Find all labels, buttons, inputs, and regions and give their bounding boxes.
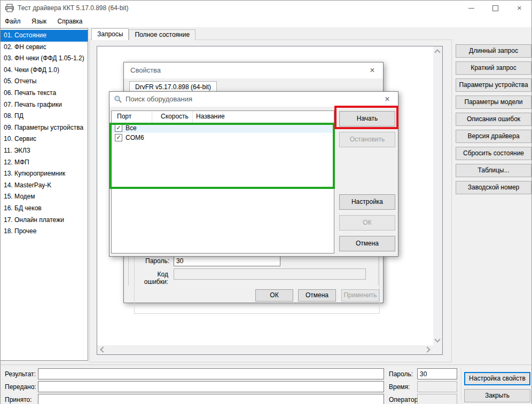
error-code-label: Код ошибки: xyxy=(135,271,168,286)
list-item-all[interactable]: ✓ Все xyxy=(112,123,334,133)
received-label: Принято: xyxy=(5,396,32,403)
minimize-icon xyxy=(468,8,474,9)
close-icon: × xyxy=(517,3,522,12)
error-descr-button[interactable]: Описания ошибок xyxy=(456,113,531,126)
search-dialog-title: Поиск оборудования xyxy=(126,92,192,107)
close-app-button[interactable]: Закрыть xyxy=(464,389,530,402)
stop-search-button: Остановить xyxy=(339,132,395,147)
scroll-left-icon[interactable] xyxy=(100,346,106,352)
column-port[interactable]: Порт xyxy=(112,111,152,123)
tab-full-state[interactable]: Полное состояние xyxy=(129,29,195,40)
listview-header: Порт Скорость Название xyxy=(112,111,334,123)
dialog-password-label: Пароль: xyxy=(145,257,168,265)
list-item-com6[interactable]: ✓ COM6 xyxy=(112,133,334,142)
sidebar-item-bill-acceptor[interactable]: 13. Купюроприемник xyxy=(1,168,88,180)
scroll-right-icon[interactable] xyxy=(424,346,430,352)
sent-label: Передано: xyxy=(5,383,36,391)
sidebar-item-reports[interactable]: 05. Отчеты xyxy=(1,76,88,88)
scroll-up-icon[interactable] xyxy=(434,49,440,55)
short-request-button[interactable]: Краткий запрос xyxy=(456,61,531,75)
tables-button[interactable]: Таблицы... xyxy=(456,164,531,177)
sidebar-item-modem[interactable]: 15. Модем xyxy=(1,191,88,203)
search-dialog-close-button[interactable]: × xyxy=(377,92,398,107)
column-speed[interactable]: Скорость xyxy=(152,111,193,123)
search-settings-button[interactable]: Настройка xyxy=(339,194,395,210)
sidebar-item-online-payments[interactable]: 17. Онлайн платежи xyxy=(1,215,88,226)
sidebar-item-service[interactable]: 10. Сервис xyxy=(1,133,88,145)
sent-field[interactable] xyxy=(38,381,384,392)
row-label: Все xyxy=(126,124,137,132)
scroll-down-icon[interactable] xyxy=(434,336,440,342)
tab-strip: ЗапросыПолное состояние xyxy=(91,28,195,39)
sidebar-item-pd[interactable]: 08. ПД xyxy=(1,110,88,122)
password-field[interactable] xyxy=(417,368,457,379)
vertical-scrollbar[interactable] xyxy=(433,46,442,345)
long-request-button[interactable]: Длинный запрос xyxy=(456,44,531,58)
search-dialog-titlebar: Поиск оборудования × xyxy=(109,92,398,107)
properties-dialog-title: Свойства xyxy=(130,62,161,78)
title-bar: Тест драйвера ККТ 5.17.0.898 (64-bit) × xyxy=(1,1,531,15)
device-params-button[interactable]: Параметры устройства xyxy=(456,78,531,92)
column-name[interactable]: Название xyxy=(193,111,334,123)
time-label: Время: xyxy=(389,383,410,391)
checkbox-checked-icon[interactable]: ✓ xyxy=(115,124,122,132)
sidebar-item-fn-checks[interactable]: 03. ФН чеки (ФФД 1.05-1.2) xyxy=(1,53,88,65)
sidebar-item-masterpay[interactable]: 14. MasterPay-K xyxy=(1,180,88,192)
sidebar-item-mfp[interactable]: 12. МФП xyxy=(1,157,88,169)
sidebar-item-eklz[interactable]: 11. ЭКЛЗ xyxy=(1,145,88,157)
menu-language[interactable]: Язык xyxy=(27,15,51,27)
window-title: Тест драйвера ККТ 5.17.0.898 (64-bit) xyxy=(18,1,129,15)
horizontal-scrollbar[interactable] xyxy=(97,345,433,354)
sidebar-item-print-graphics[interactable]: 07. Печать графики xyxy=(1,99,88,111)
sidebar-item-checks[interactable]: 04. Чеки (ФФД 1.0) xyxy=(1,65,88,76)
sidebar-item-check-db[interactable]: 16. БД чеков xyxy=(1,203,88,215)
maximize-icon xyxy=(492,5,498,11)
search-cancel-button[interactable]: Отмена xyxy=(339,236,395,251)
properties-dialog-close-button[interactable]: × xyxy=(362,62,383,78)
result-field[interactable] xyxy=(38,368,384,379)
sidebar-item-print-text[interactable]: 06. Печать текста xyxy=(1,88,88,99)
magnifier-icon xyxy=(114,95,122,106)
app-window: Тест драйвера ККТ 5.17.0.898 (64-bit) × … xyxy=(0,0,532,404)
sidebar-item-other[interactable]: 18. Прочее xyxy=(1,226,88,237)
close-icon: × xyxy=(370,66,374,75)
properties-apply-button: Применить xyxy=(341,289,379,302)
panel-divider xyxy=(461,368,462,402)
reset-state-button[interactable]: Сбросить состояние xyxy=(456,147,531,160)
operator-label: Оператор: xyxy=(389,396,420,403)
close-icon: × xyxy=(385,94,389,104)
sidebar-item-fn-service[interactable]: 02. ФН сервис xyxy=(1,42,88,53)
search-ok-button: ОК xyxy=(339,215,395,231)
search-dialog: Поиск оборудования × Порт Скорость Назва… xyxy=(109,91,398,257)
received-field[interactable] xyxy=(38,394,384,404)
properties-cancel-button[interactable]: Отмена xyxy=(298,289,336,302)
minimize-button[interactable] xyxy=(459,1,483,15)
properties-dialog-titlebar: Свойства × xyxy=(124,62,383,78)
sidebar-item-state[interactable]: 01. Состояние xyxy=(1,30,88,42)
result-label: Результат: xyxy=(5,370,36,378)
sidebar-item-device-params[interactable]: 09. Параметры устройства xyxy=(1,122,88,134)
row-label: COM6 xyxy=(126,134,144,141)
sidebar-list: 01. Состояние 02. ФН сервис 03. ФН чеки … xyxy=(1,28,88,361)
menu-file[interactable]: Файл xyxy=(1,15,25,27)
printer-icon xyxy=(5,4,14,14)
properties-setup-button[interactable]: Настройка свойств xyxy=(464,372,530,385)
properties-ok-button[interactable]: ОК xyxy=(255,289,293,302)
time-field xyxy=(417,381,457,392)
close-button[interactable]: × xyxy=(507,1,531,15)
maximize-button[interactable] xyxy=(483,1,507,15)
menu-bar: Файл Язык Справка xyxy=(1,15,531,27)
error-code-field xyxy=(174,268,366,280)
menu-help[interactable]: Справка xyxy=(53,15,87,27)
dialog-password-field[interactable] xyxy=(174,255,280,266)
tab-requests[interactable]: Запросы xyxy=(91,28,129,40)
status-panel: Результат: Передано: Принято: Пароль: Вр… xyxy=(1,365,531,404)
password-label: Пароль: xyxy=(389,370,413,378)
serial-number-button[interactable]: Заводской номер xyxy=(456,181,531,194)
driver-version-button[interactable]: Версия драйвера xyxy=(456,130,531,143)
start-search-button[interactable]: Начать xyxy=(339,111,395,126)
operator-field xyxy=(417,394,457,404)
checkbox-checked-icon[interactable]: ✓ xyxy=(115,134,122,141)
model-params-button[interactable]: Параметры модели xyxy=(456,96,531,109)
scrollbar-corner xyxy=(433,345,442,354)
